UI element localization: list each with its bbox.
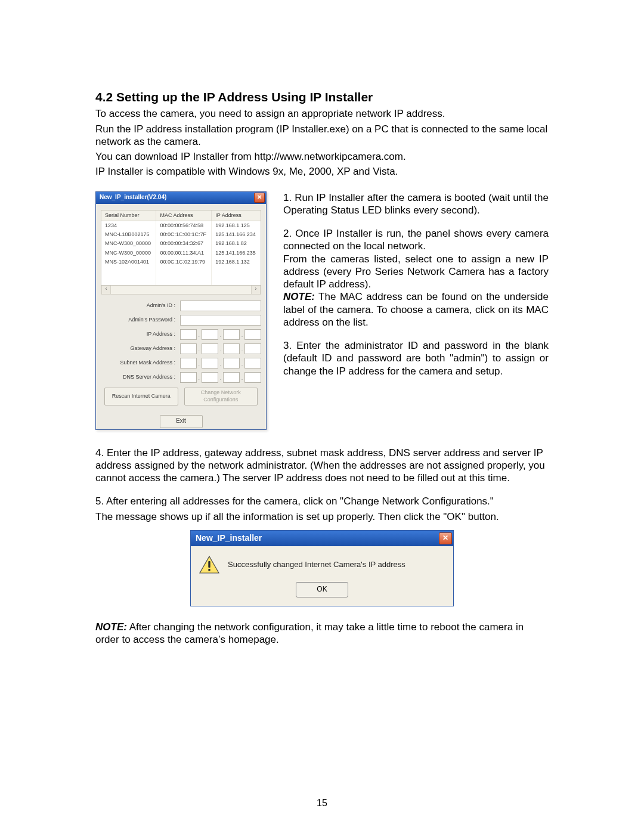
label-ip: IP Address : <box>101 331 180 337</box>
admin-password-input[interactable] <box>180 315 261 326</box>
table-row[interactable]: MNS-102A00140100:0C:1C:02:19:79192.168.1… <box>101 258 261 267</box>
success-dialog: New_IP_installer ✕ Successfully changed … <box>190 530 454 606</box>
label-gateway: Gateway Address : <box>101 345 180 352</box>
intro-line-1: To access the camera, you need to assign… <box>95 107 549 120</box>
warning-icon <box>199 556 219 574</box>
dialog-title-text: New_IP_installer <box>196 533 262 544</box>
scroll-right-icon[interactable]: › <box>251 286 261 294</box>
step-4: 4. Enter the IP address, gateway address… <box>95 447 549 485</box>
ip-installer-window: New_IP_installer(V2.04) ✕ Serial Number … <box>95 191 267 430</box>
page-number: 15 <box>0 797 644 809</box>
label-dns: DNS Server Address : <box>101 374 180 380</box>
step-2: 2. Once IP Installer is run, the panel s… <box>283 227 549 329</box>
note-label: NOTE: <box>283 291 315 302</box>
col-serial[interactable]: Serial Number <box>101 210 156 221</box>
table-row[interactable]: MNC-W300_0000000:00:00:11:34:A1125.141.1… <box>101 249 261 258</box>
ip-address-input[interactable]: ... <box>180 329 261 340</box>
svg-rect-1 <box>208 561 210 568</box>
close-icon[interactable]: ✕ <box>254 193 265 203</box>
dialog-message: Successfully changed Internet Camera's I… <box>228 560 405 569</box>
footer-note: NOTE: After changing the network configu… <box>95 621 549 646</box>
scroll-left-icon[interactable]: ‹ <box>101 286 111 294</box>
close-icon[interactable]: ✕ <box>439 532 452 544</box>
svg-rect-2 <box>208 569 210 571</box>
col-ip[interactable]: IP Address <box>212 210 261 221</box>
installer-titlebar: New_IP_installer(V2.04) ✕ <box>96 192 266 204</box>
rescan-button[interactable]: Rescan Internet Camera <box>104 388 178 405</box>
change-network-button[interactable]: Change Network Configurations <box>184 388 258 405</box>
dns-server-input[interactable]: ... <box>180 372 261 383</box>
col-mac[interactable]: MAC Address <box>156 210 212 221</box>
table-row[interactable]: MNC-W300_0000000:00:00:34:32:67192.168.1… <box>101 239 261 248</box>
exit-button[interactable]: Exit <box>160 415 203 428</box>
ok-button[interactable]: OK <box>296 582 348 597</box>
dialog-titlebar: New_IP_installer ✕ <box>191 531 453 546</box>
label-subnet: Subnet Mask Address : <box>101 360 180 366</box>
label-admin-id: Admin's ID : <box>101 302 180 309</box>
step-3: 3. Enter the administrator ID and passwo… <box>283 339 549 377</box>
horizontal-scrollbar[interactable]: ‹ › <box>101 286 261 295</box>
camera-table: Serial Number MAC Address IP Address 123… <box>101 210 261 285</box>
table-row[interactable]: MNC-L10B00217500:0C:1C:00:1C:7F125.141.1… <box>101 230 261 239</box>
camera-list-panel: Serial Number MAC Address IP Address 123… <box>101 210 261 286</box>
label-admin-pw: Admin's Password : <box>101 317 180 323</box>
subnet-mask-input[interactable]: ... <box>180 358 261 368</box>
admin-id-input[interactable] <box>180 301 261 311</box>
intro-line-2: Run the IP address installation program … <box>95 123 549 148</box>
gateway-address-input[interactable]: ... <box>180 343 261 354</box>
intro-line-3: You can download IP Installer from http:… <box>95 150 549 163</box>
section-heading: 4.2 Setting up the IP Address Using IP I… <box>95 89 549 105</box>
step-5b: The message shows up if all the informat… <box>95 510 549 523</box>
installer-title-text: New_IP_installer(V2.04) <box>100 194 166 202</box>
table-row[interactable]: 123400:00:00:56:74:58192.168.1.125 <box>101 221 261 230</box>
note-label: NOTE: <box>95 621 127 633</box>
step-1: 1. Run IP Installer after the camera is … <box>283 191 549 217</box>
intro-line-4: IP Installer is compatible with Windows … <box>95 165 549 178</box>
step-5a: 5. After entering all addresses for the … <box>95 495 549 507</box>
